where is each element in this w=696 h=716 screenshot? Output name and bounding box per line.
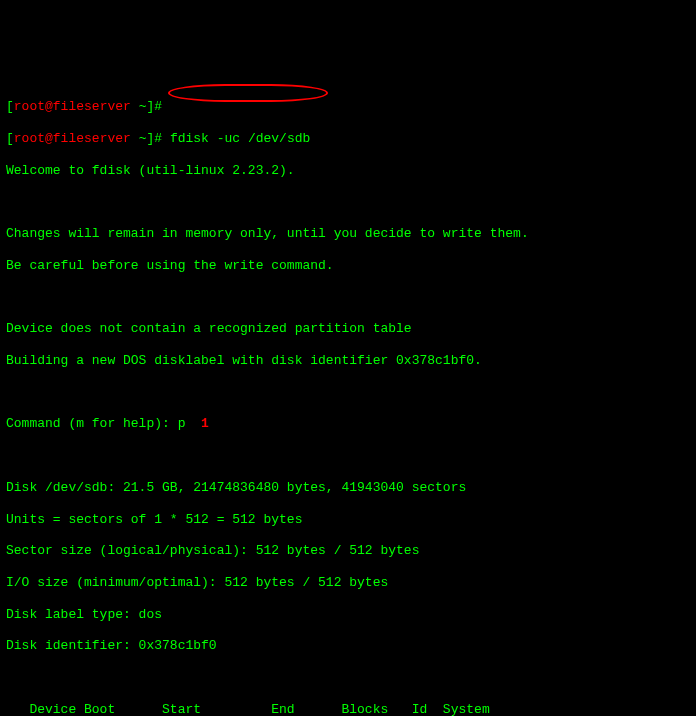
fdisk-command: fdisk -uc /dev/sdb <box>170 131 310 146</box>
disk-info-line: Disk identifier: 0x378c1bf0 <box>6 638 690 654</box>
command-prompt-text: Command (m for help): p <box>6 416 201 431</box>
device-line: Device does not contain a recognized par… <box>6 321 690 337</box>
changes-line: Changes will remain in memory only, unti… <box>6 226 690 242</box>
blank-line <box>6 670 690 686</box>
prompt-line-1: [root@fileserver ~]# <box>6 99 690 115</box>
annotation-marker-1: 1 <box>201 416 209 431</box>
terminal-output: [root@fileserver ~]# [root@fileserver ~]… <box>6 67 690 716</box>
building-line: Building a new DOS disklabel with disk i… <box>6 353 690 369</box>
blank-line <box>6 385 690 401</box>
careful-line: Be careful before using the write comman… <box>6 258 690 274</box>
blank-line <box>6 448 690 464</box>
blank-line <box>6 194 690 210</box>
prompt-hash: # <box>154 131 170 146</box>
prompt-line-2: [root@fileserver ~]# fdisk -uc /dev/sdb <box>6 131 690 147</box>
disk-info-line: Disk label type: dos <box>6 607 690 623</box>
bracket: [ <box>6 131 14 146</box>
path: ~ <box>131 131 147 146</box>
command-p-1: Command (m for help): p 1 <box>6 416 690 432</box>
user-host: root@fileserver <box>14 99 131 114</box>
user-host: root@fileserver <box>14 131 131 146</box>
disk-info-line: I/O size (minimum/optimal): 512 bytes / … <box>6 575 690 591</box>
disk-info-line: Disk /dev/sdb: 21.5 GB, 21474836480 byte… <box>6 480 690 496</box>
prompt-hash: # <box>154 99 170 114</box>
disk-info-line: Units = sectors of 1 * 512 = 512 bytes <box>6 512 690 528</box>
blank-line <box>6 289 690 305</box>
welcome-line: Welcome to fdisk (util-linux 2.23.2). <box>6 163 690 179</box>
bracket: [ <box>6 99 14 114</box>
disk-info-line: Sector size (logical/physical): 512 byte… <box>6 543 690 559</box>
path: ~ <box>131 99 147 114</box>
partition-table-header: Device Boot Start End Blocks Id System <box>6 702 690 716</box>
